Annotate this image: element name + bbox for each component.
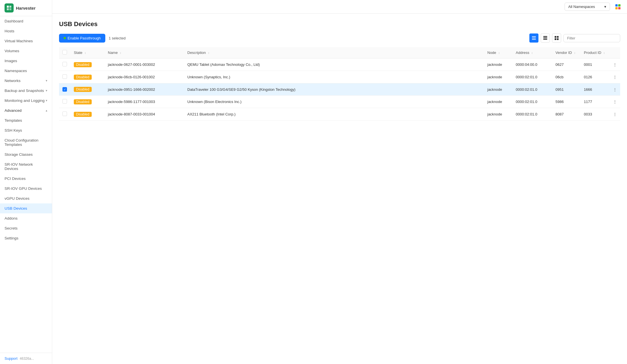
col-header-state[interactable]: State ↕: [70, 47, 104, 58]
nav-vgpu-devices[interactable]: vGPU Devices: [0, 193, 52, 203]
nav-dashboard[interactable]: Dashboard: [0, 16, 52, 26]
select-all-header[interactable]: [59, 47, 70, 58]
svg-rect-0: [7, 6, 9, 8]
row-checkbox-cell[interactable]: [59, 58, 70, 71]
col-header-vendor-id[interactable]: Vendor ID ↕: [552, 47, 580, 58]
col-header-address[interactable]: Address ↕: [512, 47, 552, 58]
row-actions-button[interactable]: ⋮: [609, 71, 620, 83]
row-checkbox[interactable]: [62, 99, 67, 104]
row-state: Disabled: [70, 83, 104, 96]
table-row[interactable]: ✓ Disabled jacknode-0951-1666-002002 Dat…: [59, 83, 620, 96]
svg-rect-11: [543, 36, 547, 37]
nav-networks[interactable]: Networks ▾: [0, 76, 52, 86]
row-vendor-id: 5986: [552, 96, 580, 108]
toolbar: Enable Passthrough 1 selected: [59, 33, 620, 43]
nav-hosts[interactable]: Hosts: [0, 26, 52, 36]
nav-storage-classes[interactable]: Storage Classes: [0, 150, 52, 159]
status-badge: Disabled: [74, 87, 92, 92]
support-link[interactable]: Support: [5, 356, 18, 361]
table-row[interactable]: Disabled jacknode-06cb-0126-001002 Unkno…: [59, 71, 620, 83]
table-row[interactable]: Disabled jacknode-5986-1177-001003 Unkno…: [59, 96, 620, 108]
row-address: 0000:04:00.0: [512, 58, 552, 71]
row-checkbox[interactable]: [62, 62, 67, 66]
app-grid-icon[interactable]: [613, 2, 622, 11]
svg-rect-12: [543, 37, 547, 38]
enable-passthrough-button[interactable]: Enable Passthrough: [59, 34, 105, 43]
col-header-node[interactable]: Node ↕: [484, 47, 512, 58]
svg-rect-15: [557, 36, 559, 38]
main-content: All Namespaces ▾ USB Devices Enable Pass…: [52, 0, 627, 364]
nav-ssh-keys[interactable]: SSH Keys: [0, 125, 52, 135]
row-product-id: 1177: [580, 96, 609, 108]
nav-images[interactable]: Images: [0, 56, 52, 66]
row-name: jacknode-0951-1666-002002: [104, 83, 184, 96]
nav-namespaces[interactable]: Namespaces: [0, 66, 52, 76]
row-address: 0000:02:01.0: [512, 83, 552, 96]
svg-rect-6: [615, 7, 618, 9]
nav-sr-iov-gpu[interactable]: SR-IOV GPU Devices: [0, 184, 52, 193]
row-checkbox-cell[interactable]: [59, 71, 70, 83]
select-all-checkbox[interactable]: [62, 50, 67, 54]
row-checkbox-cell[interactable]: ✓: [59, 83, 70, 96]
filter-input[interactable]: [563, 34, 620, 42]
col-header-name[interactable]: Name ↕: [104, 47, 184, 58]
sort-icon: ↕: [85, 51, 86, 54]
row-name: jacknode-0627-0001-003002: [104, 58, 184, 71]
namespace-label: All Namespaces: [568, 5, 595, 9]
svg-rect-4: [615, 4, 618, 7]
col-header-product-id[interactable]: Product ID ↕: [580, 47, 609, 58]
row-checkbox[interactable]: [62, 111, 67, 116]
namespace-selector[interactable]: All Namespaces ▾: [565, 3, 610, 11]
app-logo[interactable]: Harvester: [0, 0, 52, 16]
row-description: DataTraveler 100 G3/G4/SE9 G2/50 Kyson (…: [184, 83, 484, 96]
chevron-down-icon: ▾: [46, 89, 47, 92]
nav-addons[interactable]: Addons: [0, 213, 52, 223]
enable-passthrough-label: Enable Passthrough: [68, 36, 101, 40]
selected-count: 1 selected: [109, 36, 125, 40]
row-product-id: 1666: [580, 83, 609, 96]
row-state: Disabled: [70, 71, 104, 83]
row-state: Disabled: [70, 108, 104, 121]
nav-backup-snapshots[interactable]: Backup and Snapshots ▾: [0, 86, 52, 96]
sort-icon: ↕: [574, 51, 575, 54]
row-actions-button[interactable]: ⋮: [609, 96, 620, 108]
sidebar: Harvester Dashboard Hosts Virtual Machin…: [0, 0, 52, 364]
row-checkbox[interactable]: ✓: [62, 87, 67, 92]
nav-advanced[interactable]: Advanced ▴: [0, 106, 52, 115]
nav-templates[interactable]: Templates: [0, 115, 52, 125]
col-header-actions: [609, 47, 620, 58]
nav-cloud-config-templates[interactable]: Cloud Configuration Templates: [0, 135, 52, 150]
row-checkbox-cell[interactable]: [59, 108, 70, 121]
nav-secrets[interactable]: Secrets: [0, 223, 52, 233]
row-actions-button[interactable]: ⋮: [609, 83, 620, 96]
sort-icon: ↕: [120, 51, 121, 54]
row-vendor-id: 0951: [552, 83, 580, 96]
svg-rect-7: [618, 7, 620, 9]
list-view-button[interactable]: [529, 33, 538, 43]
nav-sr-iov-network[interactable]: SR-IOV Network Devices: [0, 159, 52, 174]
nav-monitoring-logging[interactable]: Monitoring and Logging ▾: [0, 96, 52, 106]
logo-icon: [5, 3, 14, 12]
toolbar-left: Enable Passthrough 1 selected: [59, 34, 125, 43]
nav-usb-devices[interactable]: USB Devices: [0, 203, 52, 213]
compact-view-button[interactable]: [541, 33, 550, 43]
nav-volumes[interactable]: Volumes: [0, 46, 52, 56]
row-checkbox[interactable]: [62, 74, 67, 79]
nav-pci-devices[interactable]: PCI Devices: [0, 174, 52, 184]
row-actions-button[interactable]: ⋮: [609, 58, 620, 71]
svg-rect-14: [555, 36, 556, 38]
nav-settings[interactable]: Settings: [0, 233, 52, 243]
nav-virtual-machines[interactable]: Virtual Machines: [0, 36, 52, 46]
toolbar-right: [529, 33, 620, 43]
row-description: Unknown (Synaptics, Inc.): [184, 71, 484, 83]
grid-view-button[interactable]: [552, 33, 561, 43]
table-row[interactable]: Disabled jacknode-8087-0033-001004 AX211…: [59, 108, 620, 121]
svg-rect-1: [9, 6, 11, 8]
row-description: AX211 Bluetooth (Intel Corp.): [184, 108, 484, 121]
row-actions-button[interactable]: ⋮: [609, 108, 620, 121]
row-address: 0000:02:01.0: [512, 71, 552, 83]
col-header-description[interactable]: Description ↕: [184, 47, 484, 58]
row-state: Disabled: [70, 58, 104, 71]
row-checkbox-cell[interactable]: [59, 96, 70, 108]
table-row[interactable]: Disabled jacknode-0627-0001-003002 QEMU …: [59, 58, 620, 71]
